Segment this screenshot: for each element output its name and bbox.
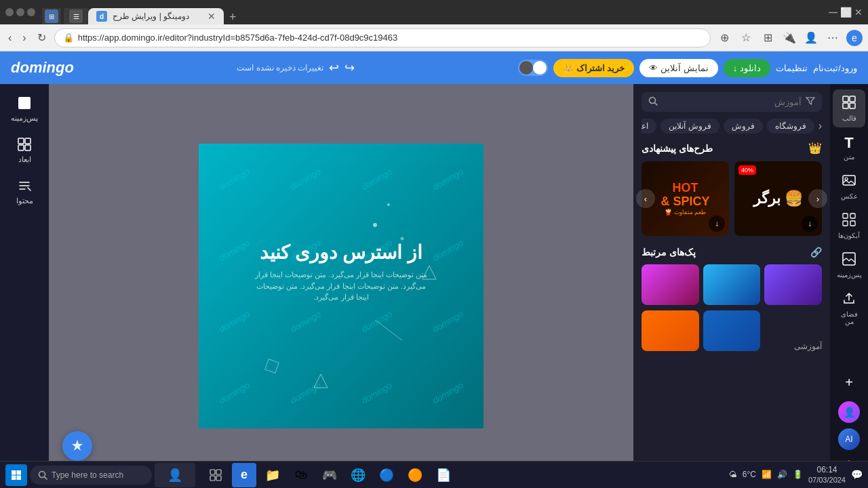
back-button[interactable]: ‹ — [5, 29, 14, 47]
rp-tool-text[interactable]: T متن — [833, 129, 865, 166]
tags-prev-button[interactable]: ‹ — [818, 120, 822, 132]
taskbar-explorer[interactable]: 📁 — [260, 463, 285, 487]
pack-card-3[interactable] — [764, 264, 822, 305]
tab-extensions-icon: ⊞ — [45, 9, 58, 23]
food-t2-discount: 40% — [738, 165, 756, 175]
taskbar-taskview[interactable] — [203, 463, 228, 487]
address-bar: ‹ › ↻ 🔒 https://app.domingo.ir/editor?in… — [0, 24, 868, 52]
theme-toggle[interactable] — [518, 60, 548, 76]
svg-rect-36 — [17, 475, 22, 480]
eye-icon: 👁 — [649, 63, 658, 73]
food-t1-subtitle: 🍟 طعم متفاوت — [665, 209, 706, 216]
minimize-btn[interactable] — [5, 8, 14, 16]
tool-dimensions[interactable]: ابعاد — [4, 131, 45, 169]
active-tab[interactable]: d دومینگو | ویرایش طرح ✕ — [88, 8, 224, 24]
dark-mode-toggle[interactable] — [519, 61, 533, 75]
taskbar-app-8[interactable]: 🟠 — [403, 463, 427, 487]
download-button[interactable]: ↓ دانلود — [724, 59, 771, 77]
system-clock: 06:14 07/03/2024 — [808, 465, 846, 485]
related-packs-title: پک‌های مرتبط — [642, 247, 696, 258]
browser-tabs: ⊞ ☰ d دومینگو | ویرایش طرح ✕ + — [42, 0, 825, 24]
dimensions-icon — [16, 136, 33, 152]
refresh-button[interactable]: ↻ — [35, 28, 49, 47]
rp-tool-background[interactable]: پس‌زمینه — [833, 246, 865, 284]
rp-add-button[interactable]: + — [833, 369, 865, 396]
tab-close-icon[interactable]: ✕ — [208, 11, 216, 22]
preview-button[interactable]: 👁 نمایش آنلاین — [639, 59, 718, 77]
header-right: 👑 خرید اشتراک 👁 نمایش آنلاین ↓ دانلود تن… — [518, 59, 857, 77]
window-controls — [5, 8, 38, 16]
collections-icon[interactable]: ⊞ — [760, 30, 776, 46]
battery-icon: 🔋 — [793, 470, 803, 479]
ai-icon: AI — [838, 428, 860, 450]
template-2-download-icon: ↓ — [802, 216, 818, 232]
rp-tool-photo[interactable]: عکس — [833, 167, 865, 205]
carousel-prev-button[interactable]: ‹ — [636, 189, 655, 208]
packs-row-2: آموزشی — [642, 310, 822, 351]
url-bar[interactable]: 🔒 https://app.domingo.ir/editor?industry… — [54, 28, 711, 47]
account-icon[interactable]: 👤 — [803, 30, 819, 46]
rp-background-label: پس‌زمینه — [837, 271, 862, 279]
redo-button[interactable]: ↪ — [344, 60, 355, 75]
rp-ai-icon[interactable]: AI — [833, 428, 865, 450]
svg-rect-22 — [850, 96, 855, 102]
template-search[interactable] — [642, 92, 822, 112]
filter-button[interactable] — [806, 96, 815, 108]
taskbar-app-5[interactable]: 🎮 — [317, 463, 342, 487]
svg-rect-30 — [850, 221, 855, 226]
link-section-icon: 🔗 — [810, 247, 822, 258]
taskbar-edge[interactable]: e — [232, 463, 256, 487]
tag-sale[interactable]: فروش — [724, 119, 763, 134]
tag-notice[interactable]: اعلار — [642, 119, 656, 134]
taskbar-store[interactable]: 🛍 — [289, 463, 313, 487]
menu-icon[interactable]: ⋯ — [825, 30, 841, 46]
reading-mode-icon[interactable]: ⊕ — [716, 30, 732, 46]
close-window-btn[interactable]: ✕ — [854, 7, 863, 18]
carousel-next-button[interactable]: › — [808, 189, 827, 208]
minimize-window-btn[interactable]: ─ — [829, 5, 837, 20]
pack-card-1[interactable] — [642, 264, 699, 305]
search-button[interactable] — [648, 96, 658, 108]
taskbar-app-7[interactable]: 🔵 — [374, 463, 399, 487]
tool-background[interactable]: پس‌زمینه — [4, 89, 45, 128]
taskbar-chrome[interactable]: 🌐 — [346, 463, 370, 487]
content-label: محتوا — [16, 197, 33, 205]
crown-section-icon: 👑 — [808, 142, 822, 155]
rp-tool-myspace[interactable]: فضای من — [833, 285, 865, 331]
subscribe-button[interactable]: 👑 خرید اشتراک — [553, 59, 635, 77]
maximize-btn[interactable] — [16, 8, 24, 16]
settings-button[interactable]: تنظیمات — [776, 63, 808, 73]
maximize-window-btn[interactable]: ⬜ — [840, 7, 852, 18]
edge-icon[interactable]: e — [846, 30, 863, 46]
pack-card-5[interactable] — [703, 310, 761, 351]
search-input[interactable] — [662, 97, 802, 107]
pack-card-2[interactable] — [703, 264, 761, 305]
right-toolbar: قالب T متن عکس — [830, 84, 868, 488]
tag-store[interactable]: فروشگاه — [767, 119, 814, 134]
ai-assistant-button[interactable] — [62, 431, 92, 461]
forward-button[interactable]: › — [20, 29, 28, 47]
notification-button[interactable]: 💬 — [851, 469, 863, 480]
favorites-icon[interactable]: ☆ — [738, 30, 754, 46]
tag-online-sale[interactable]: فروش آنلاین — [660, 119, 719, 134]
svg-rect-34 — [17, 470, 22, 475]
auth-button[interactable]: ورود/ثبت‌نام — [813, 63, 857, 73]
app-header: domingo تغییرات ذخیره نشده است ↩ ↪ 👑 خری… — [0, 52, 868, 84]
taskbar-app-9[interactable]: 📄 — [431, 463, 456, 487]
taskbar-thumbnail: 👤 — [155, 463, 195, 487]
taskbar-search[interactable]: Type here to search — [30, 466, 152, 485]
pack-card-4[interactable] — [642, 310, 699, 351]
start-button[interactable] — [5, 464, 27, 486]
extensions-icon[interactable]: 🔌 — [781, 30, 797, 46]
left-toolbar: پس‌زمینه ابعاد — [0, 84, 49, 488]
new-tab-button[interactable]: + — [224, 10, 242, 24]
canvas-frame[interactable]: domingo domingo domingo domingo domingo … — [199, 144, 484, 428]
undo-button[interactable]: ↩ — [329, 60, 339, 75]
rp-tool-template[interactable]: قالب — [833, 89, 865, 127]
rp-tool-icons[interactable]: آیکون‌ها — [833, 207, 865, 245]
light-mode-toggle[interactable] — [533, 61, 547, 75]
svg-rect-33 — [12, 470, 16, 475]
icons-icon — [842, 212, 856, 230]
tool-content[interactable]: محتوا — [4, 172, 45, 211]
close-btn[interactable] — [27, 8, 35, 16]
